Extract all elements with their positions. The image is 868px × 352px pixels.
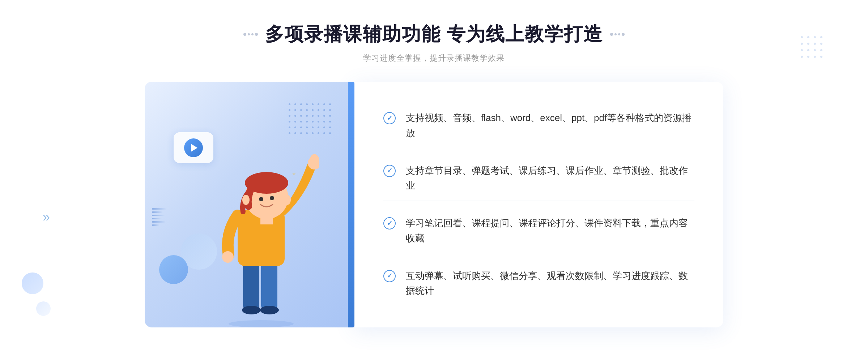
check-circle: ✓ (383, 112, 396, 124)
check-icon-1: ✓ (383, 112, 396, 124)
check-icon-2: ✓ (383, 165, 396, 177)
svg-point-0 (229, 320, 294, 327)
svg-point-3 (242, 306, 261, 314)
page-wrapper: » 多项录播课辅助功能 专为线上教学打造 学习进度全掌握，提升录播课教学效果 (0, 0, 868, 352)
main-title: 多项录播课辅助功能 专为线上教学打造 (265, 22, 603, 47)
deco-dot (614, 33, 617, 35)
checkmark: ✓ (387, 115, 392, 121)
feature-text-1: 支持视频、音频、flash、word、excel、ppt、pdf等各种格式的资源… (406, 111, 694, 141)
deco-circle-2 (36, 301, 51, 316)
circle-blue-decoration (159, 255, 188, 284)
header-decoration: 多项录播课辅助功能 专为线上教学打造 (243, 22, 625, 47)
feature-item-1: ✓ 支持视频、音频、flash、word、excel、ppt、pdf等各种格式的… (383, 103, 694, 148)
header-section: 多项录播课辅助功能 专为线上教学打造 学习进度全掌握，提升录播课教学效果 (243, 22, 625, 64)
stripe-decoration (152, 208, 166, 237)
feature-text-2: 支持章节目录、弹题考试、课后练习、课后作业、章节测验、批改作业 (406, 163, 694, 193)
check-icon-3: ✓ (383, 217, 396, 229)
svg-rect-1 (243, 262, 259, 309)
svg-text:✦: ✦ (301, 176, 307, 184)
deco-dots-left (243, 33, 258, 36)
deco-dot (251, 33, 254, 35)
play-icon (184, 138, 203, 157)
deco-dots-right (610, 33, 625, 36)
deco-dot (618, 33, 620, 35)
sub-title: 学习进度全掌握，提升录播课教学效果 (243, 53, 625, 64)
deco-dot (255, 33, 258, 36)
svg-rect-2 (261, 262, 277, 309)
deco-dot (622, 33, 625, 36)
right-deco-dots (801, 36, 825, 60)
svg-text:✧: ✧ (292, 171, 296, 177)
svg-point-13 (284, 195, 291, 205)
feature-item-4: ✓ 互动弹幕、试听购买、微信分享、观看次数限制、学习进度跟踪、数据统计 (383, 261, 694, 306)
chevron-left-decoration: » (43, 210, 50, 225)
deco-dot (243, 33, 246, 36)
svg-point-7 (222, 251, 234, 263)
deco-circle-1 (22, 272, 43, 294)
check-circle: ✓ (383, 217, 396, 229)
features-panel: ✓ 支持视频、音频、flash、word、excel、ppt、pdf等各种格式的… (354, 82, 723, 327)
svg-rect-14 (260, 215, 273, 224)
svg-point-4 (260, 306, 279, 314)
svg-point-12 (242, 195, 250, 205)
feature-text-4: 互动弹幕、试听购买、微信分享、观看次数限制、学习进度跟踪、数据统计 (406, 269, 694, 299)
feature-item-3: ✓ 学习笔记回看、课程提问、课程评论打分、课件资料下载，重点内容收藏 (383, 209, 694, 253)
checkmark: ✓ (387, 220, 392, 227)
svg-point-11 (270, 196, 274, 200)
person-illustration: ✦ ✧ (203, 139, 319, 327)
content-area: ✦ ✧ ✓ 支持视频、音频、flash、word、excel、ppt、pdf等各… (145, 82, 723, 327)
feature-item-2: ✓ 支持章节目录、弹题考试、课后练习、课后作业、章节测验、批改作业 (383, 156, 694, 201)
blue-vertical-bar (348, 82, 354, 327)
left-illustration-panel: ✦ ✧ (145, 82, 354, 327)
check-circle: ✓ (383, 270, 396, 282)
checkmark: ✓ (387, 167, 392, 174)
panel-dots-decoration (289, 103, 333, 136)
deco-dot (610, 33, 613, 36)
check-icon-4: ✓ (383, 270, 396, 282)
deco-dot (248, 33, 250, 35)
check-circle: ✓ (383, 165, 396, 177)
feature-text-3: 学习笔记回看、课程提问、课程评论打分、课件资料下载，重点内容收藏 (406, 216, 694, 246)
svg-point-10 (259, 197, 263, 201)
checkmark: ✓ (387, 272, 392, 279)
play-triangle (191, 144, 197, 152)
